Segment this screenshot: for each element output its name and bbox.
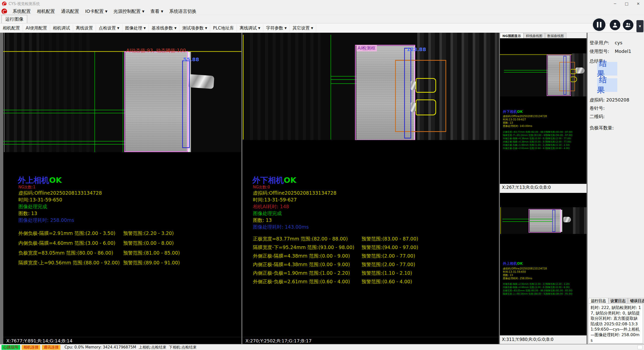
toolbar-item[interactable]: PLC地址库: [210, 24, 237, 32]
preview-pixel-status: X:311;Y:980;R:0;G:0;B:0: [502, 337, 554, 342]
measurement-value: 内侧负极-隔膜=4.60mm 范围:(3.00 - 6.00): [18, 240, 115, 247]
lower-camera-check-status: 下相机:点检结束: [169, 345, 197, 350]
tab-sample-curve[interactable]: 样线曲线图: [524, 33, 545, 38]
login-user-value: cys: [615, 40, 622, 45]
run-log-output[interactable]: 耗时: 222, 缺陷检测耗时: 17, 缺陷分类耗时: 0, 缺陷提取分区耗时…: [589, 303, 643, 343]
toolbar-item[interactable]: AI使用配置: [23, 24, 50, 32]
measurement-row: 负极宽度=83.05mm 范围:(80.00 - 86.00) 预警范围:(81…: [18, 250, 238, 260]
ai-threshold-overlay: AI动态值:93, 动态阈值:100: [126, 47, 186, 54]
main-menu: 系统配置相机配置通讯配置IO卡配置 ▾光源控制配置 ▾查看 ▾系统语言切换: [10, 8, 200, 15]
time-line: 时间:13-31-59-627: [253, 197, 297, 203]
menu-item[interactable]: 系统配置: [10, 8, 34, 15]
measurement-warning-range: 预警范围:(0.60 - 4.00): [362, 278, 412, 285]
baseline-vertical-green: [123, 52, 123, 152]
brand-logo-icon: [2, 9, 7, 14]
measurement-row: 内侧正极-隔膜=4.38mm 范围:(0.00 - 9.00) 预警范围:(2.…: [253, 261, 492, 270]
toolbar-item[interactable]: 图像处理 ▾: [122, 24, 149, 32]
measurement-value: 隔膜宽度-上=90.56mm 范围:(88.00 - 92.00): [18, 260, 120, 266]
toolbar-item[interactable]: 字符参数 ▾: [263, 24, 290, 32]
panel-collapse-button[interactable]: ▼: [636, 20, 643, 32]
toolbar-item[interactable]: 离线设置: [73, 24, 96, 32]
preview-camera-title: 外上相机OK: [503, 261, 523, 266]
process-done-line: 图像处理完成: [253, 210, 282, 217]
measurement-row: 外侧正极-负极=2.61mm 范围:(0.60 - 4.00) 预警范围:(0.…: [253, 278, 492, 287]
menu-item[interactable]: 查看 ▾: [147, 8, 166, 15]
virtual-code-label: 虚拟码:: [590, 97, 605, 103]
preview-measurement-row: 内侧正极-隔膜=4.38mm 范围:(0.00 - 9.00)预警范围:(2.0…: [503, 140, 584, 144]
toolbar-item[interactable]: 测试项参数 ▾: [179, 24, 210, 32]
virtual-code-line: 虚拟码:Offline20250208133134728: [18, 190, 102, 196]
app-logo-icon: [2, 2, 7, 6]
menu-item[interactable]: 系统语言切换: [166, 8, 200, 15]
model-label: 使用型号:: [590, 48, 609, 54]
elapsed-line: 图像处理耗时: 143.00ms: [253, 224, 309, 230]
model-value[interactable]: Model1: [615, 49, 631, 54]
measurement-value: 负极宽度=83.05mm 范围:(80.00 - 86.00): [18, 250, 113, 256]
measurement-value: 隔膜宽度-下=95.24mm 范围:(93.00 - 98.00): [253, 244, 354, 251]
detect-rect-blue: [182, 60, 190, 148]
window-title: CYS-视觉检测系统: [9, 2, 40, 6]
preview-lower-view: 外上相机OK 虚拟码:Offline20250208133134728 时间:1…: [500, 193, 587, 335]
toolbar-item[interactable]: 点检设置 ▾: [96, 24, 122, 32]
metal-tab-image: [411, 102, 416, 112]
defect-box-yellow: [570, 69, 577, 74]
measured-value-overlay: 123.88: [407, 46, 426, 52]
detect-rect-blue: [563, 56, 566, 95]
measurement-row: 正极宽度=83.77mm 范围:(82.00 - 88.00) 预警范围:(83…: [253, 236, 492, 244]
tab-error-log[interactable]: 错误日志: [628, 298, 644, 303]
tab-run-image[interactable]: 运行图像: [2, 15, 27, 23]
tab-run-log[interactable]: 运行日志: [589, 298, 608, 303]
ai-time-line: 相机AI耗时: 148: [253, 203, 289, 210]
close-button[interactable]: ✕: [632, 0, 644, 8]
maximize-button[interactable]: □: [621, 0, 632, 8]
preview-measurement-row: 外侧负极-隔膜=2.91mm 范围:(2.00 - 3.50)预警范围:(2.2…: [503, 283, 584, 286]
measurement-value: 内侧正极-隔膜=4.38mm 范围:(0.00 - 9.00): [253, 261, 350, 268]
toolbar-item[interactable]: 基准线参数 ▾: [149, 24, 180, 32]
measurement-row: 外侧正极-隔膜=4.38mm 范围:(0.00 - 9.00) 预警范围:(2.…: [253, 253, 492, 261]
measurement-warning-range: 预警范围:(94.00 - 97.00): [362, 244, 418, 251]
result-badge-upper: 结果: [597, 62, 617, 76]
measurement-value: 正极宽度=83.77mm 范围:(82.00 - 88.00): [253, 236, 348, 242]
preview-measurement-row: 隔膜宽度-上=90.56mm 范围:(88.00 - 92.00)预警范围:(8…: [503, 292, 584, 296]
toolbar-item[interactable]: 相机调试: [50, 24, 73, 32]
toolbar-item[interactable]: 离线调试 ▾: [237, 24, 263, 32]
user-icon: [612, 22, 618, 28]
menu-item[interactable]: IO卡配置 ▾: [82, 8, 110, 15]
menu-item[interactable]: 通讯配置: [58, 8, 82, 15]
negative-tab-count-field: 负极耳数量:: [590, 125, 614, 131]
tab-ng-view[interactable]: NG视图显示: [500, 33, 524, 38]
tab-settings-log[interactable]: 设置日志: [608, 298, 628, 303]
measure-line-green: [3, 113, 125, 113]
preview-tabs: NG视图显示 样线曲线图 数据曲线图: [500, 33, 566, 38]
qr-code-label: 二维码:: [590, 114, 605, 120]
frame-count-line: 图数: 13: [253, 217, 272, 224]
preview-measurement-row: 外侧正极-负极=2.61mm 范围:(0.60 - 4.00)预警范围:(0.6…: [503, 147, 584, 150]
app-window: CYS-视觉检测系统 ─ □ ✕ 系统配置相机配置通讯配置IO卡配置 ▾光源控制…: [0, 0, 644, 350]
pause-button[interactable]: [592, 18, 606, 32]
preview-mini-image: [500, 207, 587, 234]
model-field: 使用型号: Model1: [590, 48, 631, 54]
preview-info-line: 图数: 13: [503, 273, 586, 277]
toolbar-item[interactable]: 相机配置: [0, 24, 23, 32]
toolbar-item[interactable]: 其它设置 ▾: [290, 24, 316, 32]
measurement-list: 外侧负极-隔膜=2.91mm 范围:(2.00 - 3.50) 预警范围:(2.…: [18, 230, 238, 269]
measure-line-green: [504, 70, 548, 71]
chevron-down-icon: ▼: [638, 24, 642, 28]
users-button[interactable]: [623, 20, 633, 30]
side-panel: 登录用户: cys 使用型号: Model1 总结果: 结果 结果 虚拟码: 2…: [588, 33, 644, 344]
measurement-row: 隔膜宽度-下=95.24mm 范围:(93.00 - 98.00) 预警范围:(…: [253, 244, 492, 253]
frame-count-line: 图数: 13: [18, 210, 37, 217]
tab-data-curve[interactable]: 数据曲线图: [545, 33, 566, 38]
menu-item[interactable]: 相机配置: [34, 8, 58, 15]
measurement-row: 外侧负极-隔膜=2.91mm 范围:(2.00 - 3.50) 预警范围:(2.…: [18, 230, 238, 240]
pause-icon: [597, 22, 601, 27]
metal-tab-image: [563, 217, 571, 222]
minimize-button[interactable]: ─: [609, 0, 621, 8]
measurement-warning-range: 预警范围:(89.00 - 91.00): [123, 260, 180, 266]
menu-item[interactable]: 光源控制配置 ▾: [110, 8, 147, 15]
user-button[interactable]: [610, 20, 620, 30]
result-badge-lower: 结果: [597, 78, 617, 92]
qr-code-field: 二维码:: [590, 114, 605, 120]
preview-info-line: 虚拟码:Offline20250208133134728: [503, 115, 586, 118]
machine-background: [41, 33, 91, 152]
